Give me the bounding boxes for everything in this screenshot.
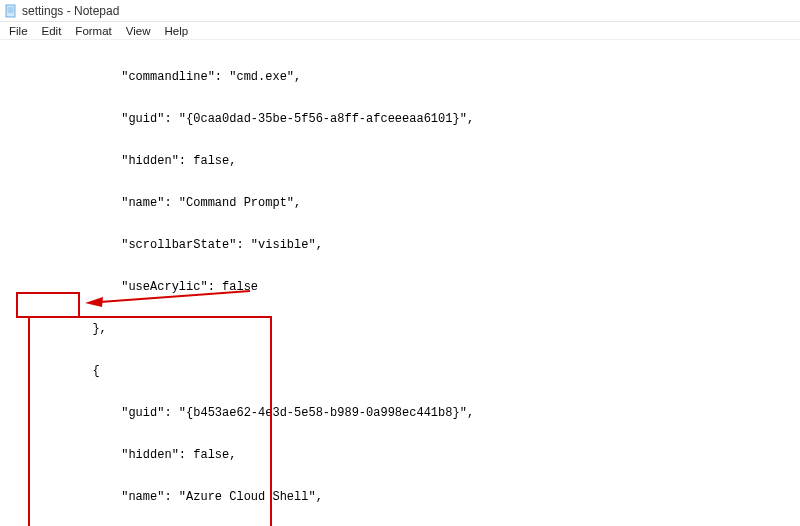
notepad-icon [4,4,18,18]
code-line: "useAcrylic": false [6,280,794,294]
code-line: "name": "Azure Cloud Shell", [6,490,794,504]
svg-rect-0 [6,5,15,17]
menu-file[interactable]: File [2,24,35,38]
code-line: }, [6,322,794,336]
menu-help[interactable]: Help [158,24,196,38]
code-line: "commandline": "cmd.exe", [6,70,794,84]
menu-view[interactable]: View [119,24,158,38]
menubar: File Edit Format View Help [0,22,800,40]
code-line: "name": "Command Prompt", [6,196,794,210]
code-line: "guid": "{b453ae62-4e3d-5e58-b989-0a998e… [6,406,794,420]
code-line: "scrollbarState": "visible", [6,238,794,252]
menu-edit[interactable]: Edit [35,24,69,38]
window-title: settings - Notepad [22,4,119,18]
code-line: { [6,364,794,378]
code-line: "hidden": false, [6,154,794,168]
window-titlebar: settings - Notepad [0,0,800,22]
code-line: "guid": "{0caa0dad-35be-5f56-a8ff-afceee… [6,112,794,126]
code-line: "hidden": false, [6,448,794,462]
text-editor-area[interactable]: "commandline": "cmd.exe", "guid": "{0caa… [0,40,800,526]
menu-format[interactable]: Format [68,24,118,38]
